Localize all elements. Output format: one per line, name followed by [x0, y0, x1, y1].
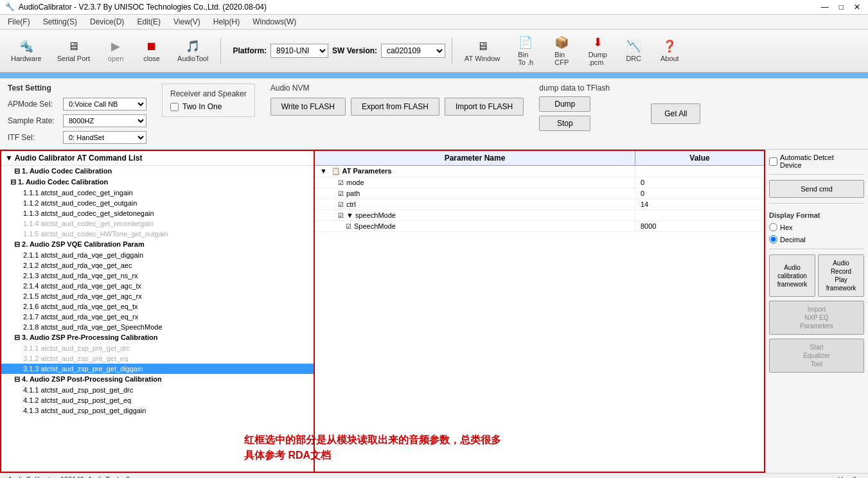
- param-name-text: mode: [346, 179, 364, 186]
- tree-item[interactable]: ⊟ 4. Audio ZSP Post-Processing Calibrati…: [1, 374, 314, 385]
- handle-label: Handle: [838, 475, 860, 478]
- serial-port-label: Serial Port: [57, 55, 90, 62]
- auto-detect-checkbox[interactable]: [769, 157, 777, 166]
- tree-item[interactable]: 2.1.1 atctst_aud_rda_vqe_get_diggain: [1, 250, 314, 260]
- param-value-cell: [635, 210, 764, 220]
- sample-rate-row: Sample Rate: 8000HZ 16000HZ: [8, 114, 146, 127]
- import-nxp-button[interactable]: ImportNXP EQParameters: [769, 301, 864, 335]
- at-window-button[interactable]: 🖥 AT Window: [459, 37, 506, 66]
- open-icon: ▶: [111, 39, 120, 53]
- menu-edit[interactable]: Edit(E): [132, 16, 166, 28]
- start-equalizer-button[interactable]: StartEqualizerTool: [769, 339, 864, 373]
- sw-version-select[interactable]: ca020109: [381, 44, 445, 58]
- tree-item[interactable]: 4.1.1 atctst_aud_zsp_post_get_drc: [1, 385, 314, 395]
- dump-button[interactable]: Dump: [539, 96, 590, 112]
- tree-item[interactable]: ⊟ 1. Audio Codec Calibration: [1, 177, 314, 188]
- tree-item[interactable]: 1.1.3 atctst_aud_codec_get_sidetonegain: [1, 208, 314, 218]
- param-root-label: AT Parameters: [342, 167, 392, 175]
- hex-radio[interactable]: [769, 223, 777, 231]
- param-root-name: ▼ 📋 AT Parameters: [315, 166, 635, 177]
- window-controls[interactable]: — □ ✕: [819, 3, 863, 12]
- close-button[interactable]: ✕: [851, 3, 863, 12]
- get-all-button[interactable]: Get All: [651, 103, 700, 124]
- itf-row: ITF Sel: 0: HandSet 1: HeadSet 2: Speake…: [8, 131, 146, 144]
- param-name-cell: ☑path: [315, 188, 635, 199]
- tree-item[interactable]: 2.1.8 atctst_aud_rda_vqe_get_SpeechMode: [1, 322, 314, 332]
- menu-device[interactable]: Device(D): [85, 16, 129, 28]
- tree-item[interactable]: 1.1.5 atctst_aud_codec_HWTone_get_outgai…: [1, 229, 314, 239]
- audio-nvm-group: Audio NVM Write to FLASH Export from FLA…: [270, 84, 524, 116]
- menu-windows[interactable]: Windows(W): [247, 16, 301, 28]
- about-button[interactable]: ❓ About: [653, 36, 686, 66]
- sample-rate-select[interactable]: 8000HZ 16000HZ: [63, 114, 146, 127]
- param-checkbox-icon[interactable]: ☑: [346, 223, 351, 230]
- tree-item[interactable]: 1.1.1 atctst_aud_codec_get_ingain: [1, 188, 314, 198]
- param-checkbox-icon[interactable]: ☑: [338, 179, 344, 186]
- tree-item[interactable]: 1.1.2 atctst_aud_codec_get_outgain: [1, 198, 314, 208]
- dump-pcm-button[interactable]: ⬇ Dump.pcm: [581, 32, 614, 69]
- sw-version-label: SW Version:: [332, 46, 377, 55]
- menu-help[interactable]: Help(H): [208, 16, 245, 28]
- platform-label: Platform:: [233, 46, 267, 55]
- param-checkbox-icon[interactable]: ☑: [338, 212, 344, 219]
- tree-item[interactable]: 2.1.6 atctst_aud_rda_vqe_get_eq_tx: [1, 301, 314, 312]
- serial-port-button[interactable]: 🖥 Serial Port: [51, 37, 96, 66]
- bin-cfp-button[interactable]: 📦 BinCFP: [545, 32, 578, 69]
- tree-item[interactable]: 2.1.5 atctst_aud_rda_vqe_get_agc_rx: [1, 291, 314, 301]
- apmode-label: APMode Sel:: [8, 100, 59, 109]
- bin-to-h-button[interactable]: 📄 BinTo .h: [509, 32, 542, 69]
- audio-record-button[interactable]: AudioRecord Playframework: [818, 254, 864, 297]
- tree-item[interactable]: 2.1.4 atctst_aud_rda_vqe_get_agc_tx: [1, 281, 314, 291]
- tree-item[interactable]: ⊟ 2. Audio ZSP VQE Calibration Param: [1, 239, 314, 250]
- menu-setting[interactable]: Setting(S): [38, 16, 82, 28]
- tree-item[interactable]: 2.1.7 atctst_aud_rda_vqe_get_eq_rx: [1, 312, 314, 322]
- menu-file[interactable]: File(F): [3, 16, 35, 28]
- tree-item[interactable]: 2.1.2 atctst_aud_rda_vqe_get_aec: [1, 260, 314, 270]
- tree-item[interactable]: 3.1.3 atctst_aud_zsp_pre_get_diggain: [1, 364, 314, 374]
- param-value-cell: 0: [635, 177, 764, 188]
- params-panel: Parameter Name Value ▼ 📋 AT Parameters ☑…: [315, 150, 765, 473]
- tree-item[interactable]: 3.1.1 atctst_aud_zsp_pre_get_drc: [1, 343, 314, 353]
- menu-view[interactable]: View(V): [168, 16, 206, 28]
- itf-select[interactable]: 0: HandSet 1: HeadSet 2: Speaker: [63, 131, 146, 144]
- send-cmd-button[interactable]: Send cmd: [769, 180, 864, 198]
- two-in-one-checkbox[interactable]: [170, 103, 179, 111]
- apmode-select[interactable]: 0:Voice Call NB 0:Voice Call WB 1:VT Cal…: [63, 98, 146, 111]
- param-checkbox-icon[interactable]: ☑: [338, 190, 344, 197]
- maximize-button[interactable]: □: [837, 3, 846, 12]
- param-value-header: Value: [635, 151, 764, 165]
- tree-item[interactable]: 3.1.2 atctst_aud_zsp_pre_get_eq: [1, 353, 314, 364]
- close-button[interactable]: ⏹ close: [136, 37, 168, 66]
- decimal-radio[interactable]: [769, 235, 777, 243]
- param-row: ☑SpeechMode8000: [315, 221, 764, 232]
- param-checkbox-icon[interactable]: ☑: [338, 201, 344, 208]
- audio-nvm-title: Audio NVM: [270, 84, 310, 93]
- drc-label: DRC: [626, 55, 641, 62]
- minimize-button[interactable]: —: [819, 3, 831, 12]
- param-name-text: ctrl: [346, 200, 356, 208]
- params-header: Parameter Name Value: [315, 151, 764, 166]
- hardware-button[interactable]: 🔩 Hardware: [5, 36, 48, 66]
- expand-icon[interactable]: ▼: [346, 211, 355, 219]
- tree-item[interactable]: 4.1.2 atctst_aud_zsp_post_get_eq: [1, 395, 314, 405]
- tree-item[interactable]: 2.1.3 atctst_aud_rda_vqe_get_ns_rx: [1, 270, 314, 281]
- write-flash-button[interactable]: Write to FLASH: [270, 98, 346, 116]
- param-root-expand[interactable]: ▼: [320, 167, 327, 175]
- export-flash-button[interactable]: Export from FLASH: [351, 98, 439, 116]
- audiotool-button[interactable]: 🎵 AudioTool: [172, 36, 214, 66]
- drc-button[interactable]: 📉 DRC: [617, 36, 650, 66]
- stop-button[interactable]: Stop: [539, 116, 590, 131]
- open-button[interactable]: ▶ open: [100, 36, 132, 66]
- platform-select[interactable]: 8910-UNI: [270, 44, 328, 58]
- display-format-title: Display Format: [769, 211, 864, 219]
- tree-collapse-icon[interactable]: ▼: [5, 154, 13, 163]
- tree-item[interactable]: 1.1.4 atctst_aud_codec_get_recordergain: [1, 218, 314, 229]
- tree-item[interactable]: 4.1.3 atctst_aud_zsp_post_get_diggain: [1, 405, 314, 416]
- param-value-cell: 0: [635, 188, 764, 199]
- audio-calibration-button[interactable]: Audiocalibrationframework: [769, 254, 815, 297]
- dump-group: dump data to TFlash Dump Stop: [539, 84, 610, 131]
- tree-item[interactable]: ⊟ 3. Audio ZSP Pre-Processing Calibratio…: [1, 332, 314, 343]
- hex-radio-row: Hex: [769, 223, 864, 231]
- import-flash-button[interactable]: Import to FLASH: [445, 98, 524, 116]
- tree-item-codec[interactable]: ⊟ 1. Audio Codec Calibration: [1, 166, 314, 177]
